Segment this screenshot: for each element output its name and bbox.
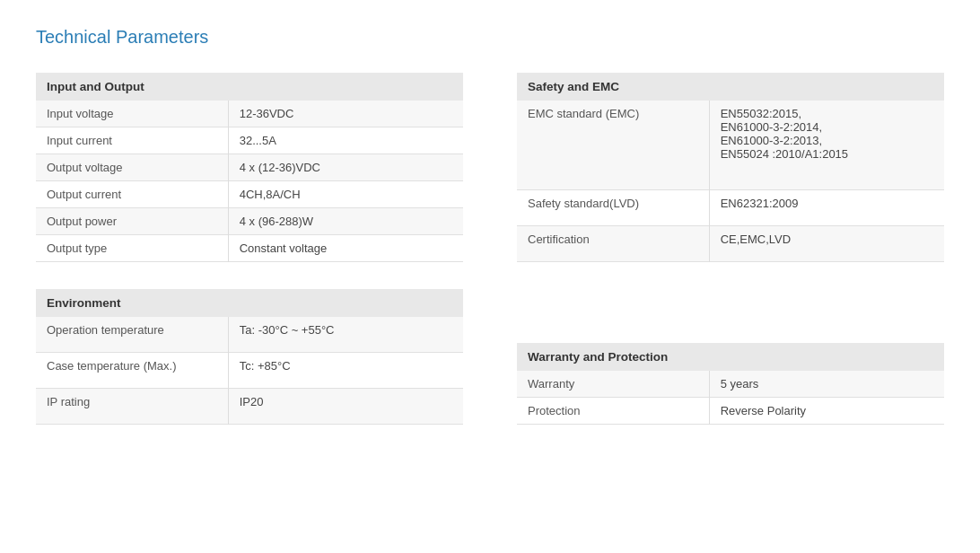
row-label: Output current [36,181,228,208]
row-value: 4 x (12-36)VDC [228,154,463,181]
row-label: Input current [36,127,228,154]
row-value: Ta: -30°C ~ +55°C [228,317,463,352]
warranty-wrapper: Warranty and Protection Warranty5 yearsP… [517,343,944,425]
table-row: EMC standard (EMC)EN55032:2015, EN61000-… [517,101,944,189]
row-value: Constant voltage [228,235,463,262]
row-label: Protection [517,398,709,425]
row-value: EN55032:2015, EN61000-3-2:2014, EN61000-… [709,101,944,189]
row-label: Input voltage [36,101,228,127]
row-value: 5 years [709,371,944,398]
input-output-table: Input and Output Input voltage12-36VDCIn… [36,73,463,262]
table-row: Output voltage4 x (12-36)VDC [36,154,463,181]
table-row: Output current4CH,8A/CH [36,181,463,208]
table-row: Safety standard(LVD)EN62321:2009 [517,189,944,225]
safety-emc-header: Safety and EMC [517,73,944,101]
row-label: Safety standard(LVD) [517,189,709,225]
table-row: Input voltage12-36VDC [36,101,463,127]
row-value: 12-36VDC [228,101,463,127]
input-output-header: Input and Output [36,73,463,101]
row-value: 32...5A [228,127,463,154]
warranty-header: Warranty and Protection [517,343,944,371]
row-value: 4CH,8A/CH [228,181,463,208]
safety-emc-table: Safety and EMC EMC standard (EMC)EN55032… [517,73,944,262]
row-value: EN62321:2009 [709,189,944,225]
row-value: Tc: +85°C [228,352,463,388]
row-label: Operation temperature [36,317,228,352]
table-row: Output power4 x (96-288)W [36,208,463,235]
page-title: Technical Parameters [36,27,944,48]
row-value: Reverse Polarity [709,398,944,425]
row-label: Certification [517,225,709,261]
table-row: IP ratingIP20 [36,388,463,424]
table-row: CertificationCE,EMC,LVD [517,225,944,261]
row-label: IP rating [36,388,228,424]
environment-header: Environment [36,289,463,317]
table-row: Input current32...5A [36,127,463,154]
table-row: Case temperature (Max.)Tc: +85°C [36,352,463,388]
row-label: Output type [36,235,228,262]
row-label: EMC standard (EMC) [517,101,709,189]
row-label: Output voltage [36,154,228,181]
row-value: 4 x (96-288)W [228,208,463,235]
table-row: Operation temperatureTa: -30°C ~ +55°C [36,317,463,352]
table-row: Warranty5 years [517,371,944,398]
warranty-table: Warranty and Protection Warranty5 yearsP… [517,343,944,425]
table-row: Output typeConstant voltage [36,235,463,262]
tables-grid: Input and Output Input voltage12-36VDCIn… [36,73,944,425]
row-label: Case temperature (Max.) [36,352,228,388]
row-label: Output power [36,208,228,235]
row-value: CE,EMC,LVD [709,225,944,261]
row-value: IP20 [228,388,463,424]
row-label: Warranty [517,371,709,398]
environment-table: Environment Operation temperatureTa: -30… [36,289,463,425]
table-row: ProtectionReverse Polarity [517,398,944,425]
